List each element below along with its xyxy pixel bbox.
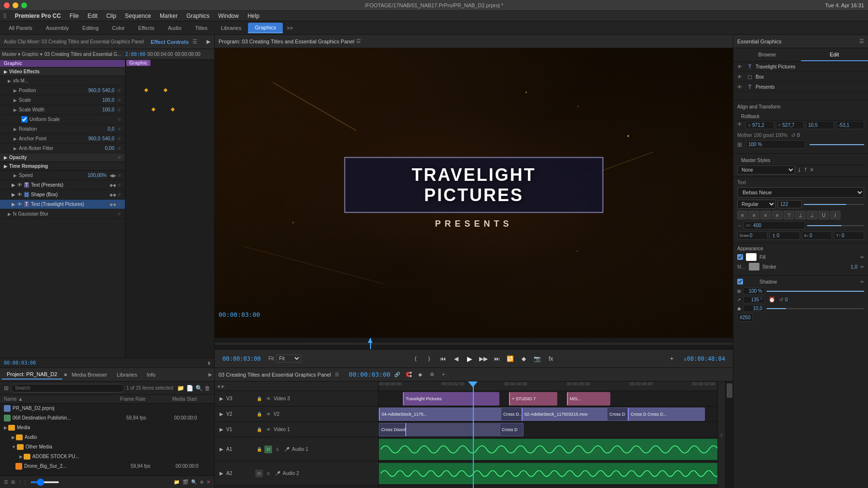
menu-clip[interactable]: Clip: [102, 12, 120, 20]
tl-settings-btn[interactable]: ⚙: [427, 370, 437, 380]
reset-box[interactable]: ↺: [117, 192, 121, 197]
reset-antiflicker[interactable]: ↺: [117, 146, 121, 151]
nudge-x-value[interactable]: 10,5: [808, 122, 817, 128]
v2-expand[interactable]: ▶: [217, 409, 226, 419]
draw-val[interactable]: 0: [750, 233, 753, 238]
eg-menu[interactable]: ☰: [859, 38, 864, 44]
menu-help[interactable]: Help: [244, 12, 263, 20]
new-sequence-btn[interactable]: 🎬: [182, 479, 188, 485]
reset-travelight[interactable]: ↺: [117, 202, 121, 207]
tl-marker-btn[interactable]: ◆: [415, 370, 425, 380]
layer-shape-box[interactable]: ▶ 👁 □ Shape (Box) ◆◆ ↺: [0, 190, 125, 200]
clip-04-adobe[interactable]: 04-AdobeStock_1175...: [379, 407, 504, 421]
timeline-menu[interactable]: ☰: [335, 372, 339, 377]
list-view-icon[interactable]: ☰: [4, 479, 8, 485]
shadow-hash-val[interactable]: #250: [737, 313, 753, 322]
scale-pct[interactable]: 100 %: [748, 142, 762, 147]
box-eye[interactable]: 👁: [17, 192, 22, 197]
prop-speed[interactable]: ▶ Speed 100,00% ◀ ▶ ↺: [0, 171, 125, 180]
v3-content[interactable]: Travelight Pictures + STUDIO 7 MIS...: [379, 391, 725, 407]
tab-info[interactable]: Info: [142, 370, 160, 379]
baseline-val[interactable]: 0: [841, 233, 844, 238]
pull-style-btn[interactable]: ⤒: [803, 167, 808, 173]
font-style-select[interactable]: Regular: [737, 200, 776, 209]
menu-edit[interactable]: Edit: [83, 12, 101, 20]
x-position-field[interactable]: X 971,2: [745, 121, 774, 129]
tab-all-panels[interactable]: All Panels: [2, 23, 39, 33]
a1-content[interactable]: [379, 437, 725, 461]
align-justify-btn[interactable]: ≡: [772, 211, 783, 219]
v-scrollbar-thumb[interactable]: [727, 383, 732, 398]
a1-expand[interactable]: ▶: [217, 445, 226, 454]
reset-opacity[interactable]: ↺: [117, 155, 121, 160]
menu-window[interactable]: Window: [214, 12, 243, 20]
minimize-button[interactable]: [13, 2, 18, 8]
a1-s[interactable]: S: [274, 446, 281, 453]
reset-scale-width[interactable]: ↺: [117, 108, 121, 112]
clip-audio-2[interactable]: [379, 463, 725, 484]
add-marker-btn[interactable]: ◆: [518, 353, 530, 365]
mark-out-btn[interactable]: ⟩: [424, 353, 435, 365]
a1-mic[interactable]: 🎤: [283, 446, 290, 453]
tab-graphics[interactable]: Graphics: [248, 23, 283, 33]
timeline-right-handle[interactable]: ||: [717, 381, 725, 488]
freeform-view-icon[interactable]: ⋮⋮: [18, 479, 28, 485]
v2-content[interactable]: 04-AdobeStock_1175... Cross D... 02-Adob…: [379, 407, 725, 422]
mark-in-btn[interactable]: ⟨: [410, 353, 422, 365]
v3-sync[interactable]: 🔒: [255, 395, 263, 403]
reset-angle[interactable]: ↺: [779, 297, 783, 302]
tab-libraries[interactable]: Libraries: [214, 23, 248, 33]
eg-tab-edit[interactable]: Edit: [801, 48, 868, 61]
travelight-vis-icon[interactable]: 👁: [737, 64, 744, 69]
tab-titles[interactable]: Titles: [188, 23, 214, 33]
clear-style-btn[interactable]: ✕: [810, 167, 814, 173]
fill-edit-icon[interactable]: ✏: [860, 255, 864, 260]
nudge-x-field[interactable]: 10,5: [806, 121, 834, 129]
kerning-val[interactable]: 0: [810, 233, 813, 238]
push-style-btn[interactable]: ⤓: [797, 167, 801, 173]
bot-align-btn[interactable]: ⊥: [807, 211, 817, 219]
menu-graphics[interactable]: Graphics: [182, 12, 213, 20]
clip-studio[interactable]: + STUDIO 7: [509, 392, 557, 406]
align-top-field[interactable]: ↥ 0: [770, 231, 800, 240]
v1-content[interactable]: Cross Dissolve Cross D: [379, 422, 725, 437]
pm-menu[interactable]: ☰: [356, 38, 361, 44]
loop-btn[interactable]: 🔁: [505, 353, 516, 365]
fit-label[interactable]: Fit: [268, 356, 274, 361]
align-val[interactable]: 0: [777, 233, 780, 238]
box-vis-icon[interactable]: 👁: [737, 74, 744, 80]
timeline-tracks-right[interactable]: 00:00:00:00 00:00:02:00 00:00:04:00 00:0…: [379, 381, 725, 488]
a1-sync[interactable]: 🔒: [255, 446, 263, 453]
ec-graphic-bar[interactable]: Graphic: [126, 60, 151, 66]
zoom-select[interactable]: Fit 25% 50% 100%: [276, 354, 301, 363]
a2-m[interactable]: M: [255, 470, 263, 477]
angle-dial[interactable]: ⏰: [769, 297, 775, 303]
delete-bin-btn[interactable]: ✕: [207, 479, 210, 485]
kerning-field[interactable]: A↓ 0: [802, 231, 832, 240]
tl-add-track-btn[interactable]: +: [439, 370, 448, 380]
search-btn[interactable]: 🔍: [191, 479, 197, 485]
play-btn[interactable]: ▶: [464, 353, 476, 365]
new-bin-icon[interactable]: 📁: [177, 385, 184, 392]
font-select[interactable]: Bebas Neue: [737, 187, 864, 198]
presents-vis-icon[interactable]: 👁: [737, 84, 744, 90]
menu-file[interactable]: File: [66, 12, 83, 20]
reset-scale-icon[interactable]: ↺: [791, 133, 795, 138]
time-remapping-section[interactable]: ▶ Time Remapping: [0, 162, 125, 171]
stroke-color-swatch[interactable]: [749, 263, 759, 271]
speed-prev[interactable]: ◀: [110, 173, 113, 178]
tl-magnet-btn[interactable]: 🧲: [404, 370, 413, 380]
clip-travelight-title[interactable]: Travelight Pictures: [403, 392, 499, 406]
file-project[interactable]: PR_NAB_D2.prproj: [0, 404, 214, 413]
tracking-slider[interactable]: [807, 225, 864, 226]
tab-audio[interactable]: Audio: [161, 23, 188, 33]
prop-antiflicker[interactable]: ▶ Anti-flicker Filter 0,00 ↺: [0, 144, 125, 153]
opacity-slider[interactable]: [767, 291, 864, 292]
align-left-btn[interactable]: ≡: [737, 211, 748, 219]
thumbnail-size-slider[interactable]: [30, 481, 59, 483]
stroke-val[interactable]: 1,0: [851, 264, 857, 270]
prop-anchor[interactable]: ▶ Anchor Point 960,0 540,0 ↺: [0, 134, 125, 144]
presents-eye[interactable]: 👁: [17, 182, 22, 188]
reset-scale[interactable]: ↺: [117, 98, 121, 103]
v1-expand[interactable]: ▶: [217, 425, 226, 434]
